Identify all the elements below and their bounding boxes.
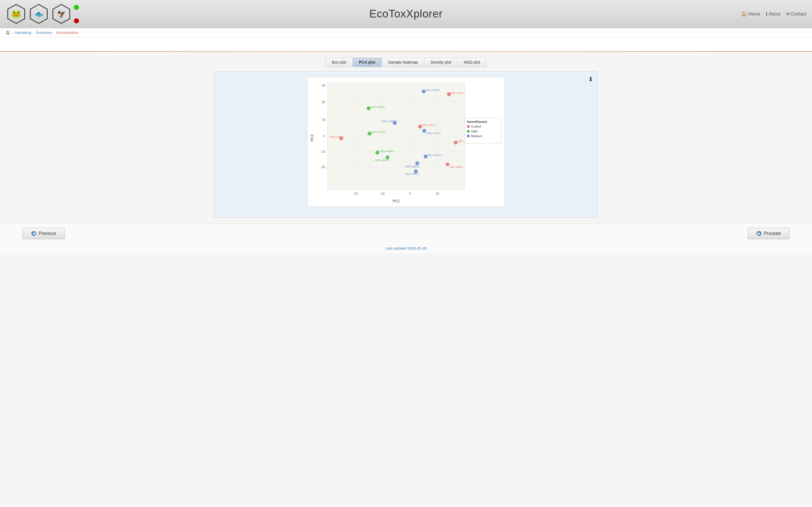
svg-text:10: 10 <box>322 118 325 121</box>
svg-text:-20: -20 <box>320 165 325 169</box>
point-ME1-SEP1 <box>418 124 422 128</box>
envelope-icon: ✉ <box>786 11 790 17</box>
svg-text:🐸: 🐸 <box>11 9 21 18</box>
tab-msd-plot[interactable]: MSD plot <box>457 57 487 67</box>
header: 🐸 🐟 🦅 EcoToxXplorer 🏠 Home ℹ About ✉ Con <box>0 0 812 28</box>
svg-text:30: 30 <box>322 83 325 87</box>
tab-sample-heatmap[interactable]: Sample heatmap <box>382 57 424 67</box>
uploading-breadcrumb[interactable]: Uploading <box>15 31 31 35</box>
fish-icon: 🐟 <box>28 3 49 24</box>
proceed-icon: ▶ <box>756 231 762 236</box>
svg-text:ME1-MEP1: ME1-MEP1 <box>382 120 396 123</box>
svg-text:ME1-SBP1: ME1-SBP1 <box>449 165 463 168</box>
svg-text:ME1-MAP1: ME1-MAP1 <box>426 131 441 135</box>
point-ME1-SCP1 <box>454 140 458 145</box>
home-breadcrumb: 🏠 <box>6 31 10 35</box>
breadcrumb: 🏠 › Uploading › Summary › Normalization <box>0 28 812 37</box>
svg-text:ME1-MCP1: ME1-MCP1 <box>428 154 442 157</box>
svg-text:ME1-HBP1: ME1-HBP1 <box>405 172 419 175</box>
svg-text:ME1-SAP1: ME1-SAP1 <box>329 135 344 138</box>
svg-text:factor(Factor): factor(Factor) <box>467 120 487 123</box>
download-button[interactable]: ⬇ <box>588 76 593 83</box>
svg-text:-10: -10 <box>380 192 385 195</box>
main-content: Box plot PCA plot Sample heatmap Density… <box>209 52 603 223</box>
point-ME1-HAP1 <box>368 131 371 135</box>
home-icon: 🏠 <box>741 11 747 17</box>
current-breadcrumb: Normalization <box>56 31 79 35</box>
svg-text:PC1: PC1 <box>393 199 400 203</box>
normalization-bar <box>0 37 812 51</box>
svg-text:ME1-HAP1: ME1-HAP1 <box>371 130 386 133</box>
proceed-button[interactable]: ▶ Proceed <box>748 228 790 239</box>
svg-text:ME1-SDP1: ME1-SDP1 <box>451 91 465 94</box>
svg-text:ME1-HCP1: ME1-HCP1 <box>375 159 389 162</box>
svg-text:0: 0 <box>409 192 411 195</box>
svg-point-45 <box>467 125 470 128</box>
about-link[interactable]: ℹ About <box>766 11 780 17</box>
previous-button[interactable]: ◀ Previous <box>22 228 65 239</box>
svg-text:ME1-HDP1: ME1-HDP1 <box>371 105 386 108</box>
svg-text:Medium: Medium <box>471 134 482 138</box>
home-link[interactable]: 🏠 Home <box>741 11 760 17</box>
svg-text:🐟: 🐟 <box>35 10 43 18</box>
footer-nav: ◀ Previous ▶ Proceed <box>0 223 812 243</box>
point-ME1-SBP1 <box>446 163 449 166</box>
point-ME1-HDP1 <box>367 107 371 110</box>
svg-text:Control: Control <box>471 125 481 128</box>
pca-plot-svg: 30 20 10 0 -10 -20 -20 -10 0 20 PC1 PC2 … <box>307 77 505 207</box>
dot-red <box>74 18 79 23</box>
logo-dots <box>74 5 79 23</box>
svg-text:PC2: PC2 <box>310 134 314 141</box>
svg-text:ME1-SEP1: ME1-SEP1 <box>422 123 436 126</box>
tab-pca-plot[interactable]: PCA plot <box>352 57 382 67</box>
previous-icon: ◀ <box>31 231 36 236</box>
point-ME1-HEP1 <box>375 151 379 155</box>
plot-tabs: Box plot PCA plot Sample heatmap Density… <box>214 57 598 67</box>
info-icon: ℹ <box>766 11 767 17</box>
summary-breadcrumb[interactable]: Summary <box>36 31 52 35</box>
tab-box-plot[interactable]: Box plot <box>325 57 352 67</box>
svg-text:0: 0 <box>323 134 325 138</box>
svg-text:ME1-HEP1: ME1-HEP1 <box>379 150 394 153</box>
point-ME1-MCP1 <box>424 155 428 159</box>
frog-icon: 🐸 <box>6 3 27 24</box>
plot-container: ⬇ 30 20 10 0 <box>214 71 598 218</box>
page-footer: Last updated 2018-05-29 <box>0 243 812 253</box>
svg-text:20: 20 <box>436 192 439 195</box>
point-ME1-MAP1 <box>422 129 426 133</box>
dot-green <box>74 5 79 10</box>
svg-text:🦅: 🦅 <box>57 10 66 18</box>
svg-point-49 <box>467 135 470 137</box>
point-ME1-MDP1 <box>422 90 426 94</box>
svg-point-47 <box>467 130 470 133</box>
logo-area: 🐸 🐟 🦅 <box>6 3 79 24</box>
svg-text:-10: -10 <box>320 150 325 153</box>
bird-icon: 🦅 <box>51 3 72 24</box>
tab-density-plot[interactable]: Density plot <box>424 57 457 67</box>
svg-text:20: 20 <box>322 100 325 104</box>
top-nav: 🏠 Home ℹ About ✉ Contact <box>741 11 806 17</box>
contact-link[interactable]: ✉ Contact <box>786 11 806 17</box>
point-ME1-SDP1 <box>447 93 451 96</box>
svg-text:ME1-MBP1: ME1-MBP1 <box>405 165 419 168</box>
svg-text:-20: -20 <box>353 192 358 195</box>
svg-text:High: High <box>471 129 477 133</box>
svg-text:ME1-MDP1: ME1-MDP1 <box>426 89 441 92</box>
app-title: EcoToxXplorer <box>369 8 443 20</box>
pca-plot-wrap: 30 20 10 0 -10 -20 -20 -10 0 20 PC1 PC2 … <box>220 77 592 207</box>
